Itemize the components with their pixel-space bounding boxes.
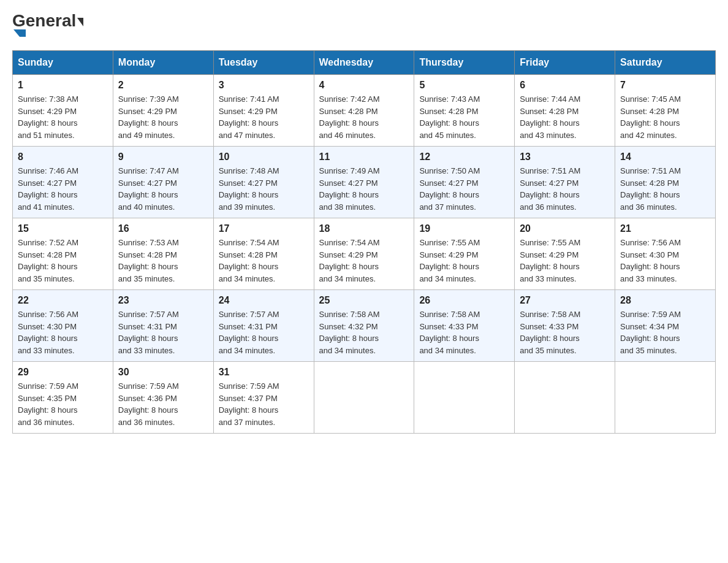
calendar-cell: 25Sunrise: 7:58 AMSunset: 4:32 PMDayligh… [314, 290, 414, 362]
header-friday: Friday [515, 51, 615, 75]
calendar-cell: 20Sunrise: 7:55 AMSunset: 4:29 PMDayligh… [515, 218, 615, 290]
day-info: Sunrise: 7:39 AMSunset: 4:29 PMDaylight:… [118, 93, 208, 141]
calendar-cell: 30Sunrise: 7:59 AMSunset: 4:36 PMDayligh… [113, 362, 213, 434]
day-number: 27 [520, 295, 610, 306]
day-number: 16 [118, 223, 208, 234]
day-info: Sunrise: 7:47 AMSunset: 4:27 PMDaylight:… [118, 165, 208, 213]
day-number: 31 [219, 367, 309, 378]
calendar-cell: 4Sunrise: 7:42 AMSunset: 4:28 PMDaylight… [314, 75, 414, 147]
day-info: Sunrise: 7:41 AMSunset: 4:29 PMDaylight:… [219, 93, 309, 141]
day-info: Sunrise: 7:42 AMSunset: 4:28 PMDaylight:… [319, 93, 409, 141]
header-wednesday: Wednesday [314, 51, 414, 75]
day-info: Sunrise: 7:56 AMSunset: 4:30 PMDaylight:… [620, 237, 710, 285]
day-info: Sunrise: 7:50 AMSunset: 4:27 PMDaylight:… [419, 165, 509, 213]
day-number: 8 [18, 151, 108, 163]
calendar-cell: 16Sunrise: 7:53 AMSunset: 4:28 PMDayligh… [113, 218, 213, 290]
day-info: Sunrise: 7:59 AMSunset: 4:37 PMDaylight:… [219, 380, 309, 428]
calendar-cell: 14Sunrise: 7:51 AMSunset: 4:28 PMDayligh… [615, 147, 716, 218]
day-number: 21 [620, 223, 710, 234]
calendar-cell: 5Sunrise: 7:43 AMSunset: 4:28 PMDaylight… [414, 75, 515, 147]
page-header: General [12, 12, 716, 38]
day-number: 30 [118, 367, 208, 378]
week-row-4: 22Sunrise: 7:56 AMSunset: 4:30 PMDayligh… [13, 290, 716, 362]
day-number: 29 [18, 367, 108, 378]
day-number: 13 [520, 151, 610, 163]
calendar-cell: 2Sunrise: 7:39 AMSunset: 4:29 PMDaylight… [113, 75, 213, 147]
day-info: Sunrise: 7:59 AMSunset: 4:36 PMDaylight:… [118, 380, 208, 428]
day-number: 19 [419, 223, 509, 234]
day-number: 15 [18, 223, 108, 234]
calendar-cell: 29Sunrise: 7:59 AMSunset: 4:35 PMDayligh… [13, 362, 113, 434]
day-number: 7 [620, 80, 710, 91]
header-sunday: Sunday [13, 51, 113, 75]
calendar-cell: 18Sunrise: 7:54 AMSunset: 4:29 PMDayligh… [314, 218, 414, 290]
week-row-5: 29Sunrise: 7:59 AMSunset: 4:35 PMDayligh… [13, 362, 716, 434]
day-info: Sunrise: 7:56 AMSunset: 4:30 PMDaylight:… [18, 308, 108, 356]
logo-triangle-icon [13, 29, 26, 37]
calendar-cell: 31Sunrise: 7:59 AMSunset: 4:37 PMDayligh… [213, 362, 314, 434]
day-number: 1 [18, 80, 108, 91]
day-number: 24 [219, 295, 309, 306]
calendar-table: SundayMondayTuesdayWednesdayThursdayFrid… [12, 50, 716, 434]
day-info: Sunrise: 7:51 AMSunset: 4:27 PMDaylight:… [520, 165, 610, 213]
calendar-cell: 28Sunrise: 7:59 AMSunset: 4:34 PMDayligh… [615, 290, 716, 362]
day-number: 5 [419, 80, 509, 91]
calendar-cell: 23Sunrise: 7:57 AMSunset: 4:31 PMDayligh… [113, 290, 213, 362]
header-saturday: Saturday [615, 51, 716, 75]
calendar-cell: 8Sunrise: 7:46 AMSunset: 4:27 PMDaylight… [13, 147, 113, 218]
week-row-1: 1Sunrise: 7:38 AMSunset: 4:29 PMDaylight… [13, 75, 716, 147]
header-thursday: Thursday [414, 51, 515, 75]
day-info: Sunrise: 7:58 AMSunset: 4:33 PMDaylight:… [419, 308, 509, 356]
calendar-cell: 3Sunrise: 7:41 AMSunset: 4:29 PMDaylight… [213, 75, 314, 147]
calendar-cell: 24Sunrise: 7:57 AMSunset: 4:31 PMDayligh… [213, 290, 314, 362]
day-info: Sunrise: 7:58 AMSunset: 4:33 PMDaylight:… [520, 308, 610, 356]
calendar-cell: 27Sunrise: 7:58 AMSunset: 4:33 PMDayligh… [515, 290, 615, 362]
day-number: 23 [118, 295, 208, 306]
day-number: 18 [319, 223, 409, 234]
day-info: Sunrise: 7:58 AMSunset: 4:32 PMDaylight:… [319, 308, 409, 356]
calendar-cell: 13Sunrise: 7:51 AMSunset: 4:27 PMDayligh… [515, 147, 615, 218]
day-info: Sunrise: 7:54 AMSunset: 4:28 PMDaylight:… [219, 237, 309, 285]
header-monday: Monday [113, 51, 213, 75]
calendar-cell: 17Sunrise: 7:54 AMSunset: 4:28 PMDayligh… [213, 218, 314, 290]
calendar-cell: 10Sunrise: 7:48 AMSunset: 4:27 PMDayligh… [213, 147, 314, 218]
week-row-3: 15Sunrise: 7:52 AMSunset: 4:28 PMDayligh… [13, 218, 716, 290]
day-number: 14 [620, 151, 710, 163]
day-info: Sunrise: 7:51 AMSunset: 4:28 PMDaylight:… [620, 165, 710, 213]
logo-general-text: General [12, 12, 83, 29]
day-info: Sunrise: 7:59 AMSunset: 4:34 PMDaylight:… [620, 308, 710, 356]
logo: General [12, 12, 83, 38]
calendar-cell: 12Sunrise: 7:50 AMSunset: 4:27 PMDayligh… [414, 147, 515, 218]
header-tuesday: Tuesday [213, 51, 314, 75]
calendar-cell: 22Sunrise: 7:56 AMSunset: 4:30 PMDayligh… [13, 290, 113, 362]
day-number: 6 [520, 80, 610, 91]
logo-blue-text [12, 29, 26, 38]
day-info: Sunrise: 7:38 AMSunset: 4:29 PMDaylight:… [18, 93, 108, 141]
day-number: 10 [219, 151, 309, 163]
calendar-cell [515, 362, 615, 434]
calendar-cell: 21Sunrise: 7:56 AMSunset: 4:30 PMDayligh… [615, 218, 716, 290]
calendar-cell: 19Sunrise: 7:55 AMSunset: 4:29 PMDayligh… [414, 218, 515, 290]
day-info: Sunrise: 7:48 AMSunset: 4:27 PMDaylight:… [219, 165, 309, 213]
calendar-cell [615, 362, 716, 434]
day-number: 26 [419, 295, 509, 306]
calendar-cell: 9Sunrise: 7:47 AMSunset: 4:27 PMDaylight… [113, 147, 213, 218]
day-info: Sunrise: 7:43 AMSunset: 4:28 PMDaylight:… [419, 93, 509, 141]
day-info: Sunrise: 7:55 AMSunset: 4:29 PMDaylight:… [520, 237, 610, 285]
day-number: 4 [319, 80, 409, 91]
week-row-2: 8Sunrise: 7:46 AMSunset: 4:27 PMDaylight… [13, 147, 716, 218]
day-number: 17 [219, 223, 309, 234]
calendar-cell: 7Sunrise: 7:45 AMSunset: 4:28 PMDaylight… [615, 75, 716, 147]
day-info: Sunrise: 7:45 AMSunset: 4:28 PMDaylight:… [620, 93, 710, 141]
day-info: Sunrise: 7:53 AMSunset: 4:28 PMDaylight:… [118, 237, 208, 285]
day-number: 11 [319, 151, 409, 163]
day-info: Sunrise: 7:55 AMSunset: 4:29 PMDaylight:… [419, 237, 509, 285]
calendar-cell [314, 362, 414, 434]
day-info: Sunrise: 7:52 AMSunset: 4:28 PMDaylight:… [18, 237, 108, 285]
day-info: Sunrise: 7:59 AMSunset: 4:35 PMDaylight:… [18, 380, 108, 428]
weekday-header-row: SundayMondayTuesdayWednesdayThursdayFrid… [13, 51, 716, 75]
day-number: 22 [18, 295, 108, 306]
day-number: 2 [118, 80, 208, 91]
day-number: 20 [520, 223, 610, 234]
day-info: Sunrise: 7:46 AMSunset: 4:27 PMDaylight:… [18, 165, 108, 213]
